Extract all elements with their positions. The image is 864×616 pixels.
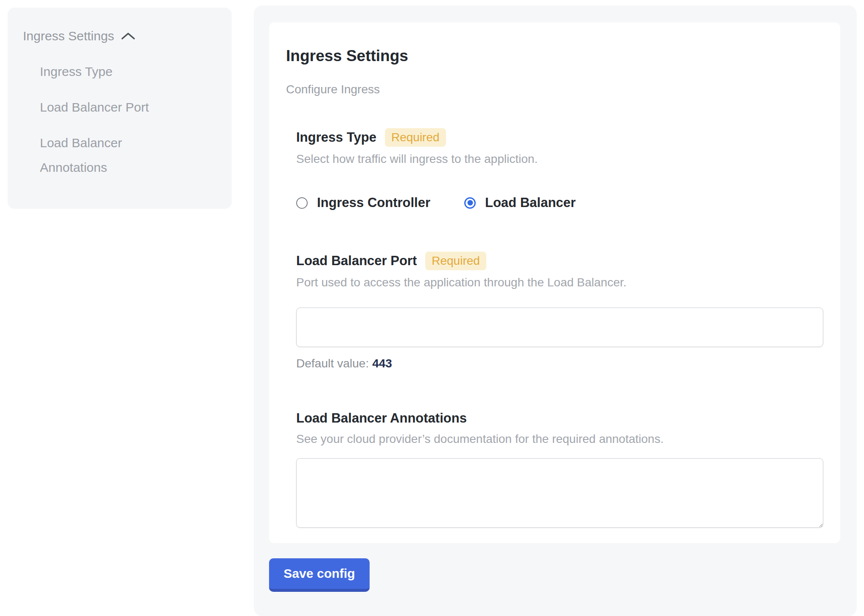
section-load-balancer-port: Load Balancer Port Required Port used to…: [296, 252, 823, 371]
radio-label: Load Balancer: [485, 194, 576, 211]
required-badge: Required: [385, 128, 446, 147]
page-title: Ingress Settings: [286, 47, 823, 65]
radio-option-load-balancer[interactable]: Load Balancer: [464, 194, 576, 211]
ingress-type-radio-group: Ingress Controller Load Balancer: [296, 194, 823, 211]
chevron-up-icon: [121, 32, 135, 42]
default-value: 443: [372, 357, 392, 370]
radio-circle-icon: [296, 197, 308, 209]
sidebar-item-load-balancer-annotations[interactable]: Load Balancer Annotations: [40, 131, 167, 180]
sidebar: Ingress Settings Ingress Type Load Balan…: [8, 8, 232, 209]
radio-option-ingress-controller[interactable]: Ingress Controller: [296, 194, 430, 211]
radio-circle-icon: [464, 197, 476, 209]
save-config-button[interactable]: Save config: [269, 558, 370, 592]
sidebar-item-load-balancer-port[interactable]: Load Balancer Port: [40, 95, 167, 120]
default-value-label: Default value:: [296, 357, 369, 370]
ingress-type-label-row: Ingress Type Required: [296, 128, 823, 147]
lb-annotations-label-row: Load Balancer Annotations: [296, 410, 823, 427]
section-load-balancer-annotations: Load Balancer Annotations See your cloud…: [296, 410, 823, 528]
lb-port-label: Load Balancer Port: [296, 252, 417, 269]
section-ingress-type: Ingress Type Required Select how traffic…: [296, 128, 823, 211]
lb-port-description: Port used to access the application thro…: [296, 275, 823, 290]
form-sections: Ingress Type Required Select how traffic…: [296, 128, 823, 528]
sidebar-group-ingress-settings[interactable]: Ingress Settings: [23, 28, 216, 44]
required-badge: Required: [425, 252, 486, 270]
radio-label: Ingress Controller: [317, 194, 430, 211]
ingress-type-description: Select how traffic will ingress to the a…: [296, 152, 823, 166]
ingress-type-label: Ingress Type: [296, 129, 376, 146]
lb-annotations-label: Load Balancer Annotations: [296, 410, 467, 427]
lb-annotations-description: See your cloud provider’s documentation …: [296, 432, 823, 446]
sidebar-list: Ingress Type Load Balancer Port Load Bal…: [23, 59, 216, 180]
lb-port-label-row: Load Balancer Port Required: [296, 252, 823, 270]
sidebar-item-ingress-type[interactable]: Ingress Type: [40, 59, 167, 84]
page-subtitle: Configure Ingress: [286, 82, 823, 97]
page: Ingress Settings Ingress Type Load Balan…: [0, 0, 864, 616]
sidebar-group-title: Ingress Settings: [23, 28, 114, 44]
load-balancer-port-input[interactable]: [296, 308, 823, 347]
settings-card: Ingress Settings Configure Ingress Ingre…: [269, 22, 840, 543]
load-balancer-annotations-textarea[interactable]: [296, 458, 823, 528]
main-panel: Ingress Settings Configure Ingress Ingre…: [254, 6, 857, 616]
default-value-line: Default value:443: [296, 356, 823, 371]
